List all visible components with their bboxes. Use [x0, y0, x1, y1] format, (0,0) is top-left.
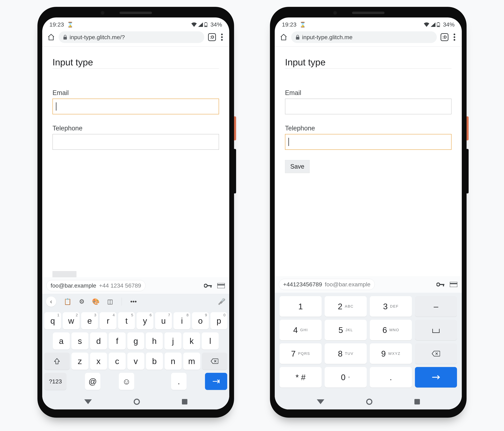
numpad-keys: 12ABC3DEF– 4GHI5JKL6MNO⌴ 7PQRS8TUV9WXYZ …	[275, 293, 462, 394]
key-i[interactable]: i8	[173, 312, 190, 329]
status-bar: 19:23 ⌛ 34%	[42, 18, 229, 29]
key-s[interactable]: s	[72, 332, 88, 349]
key-d[interactable]: d	[90, 332, 107, 349]
key-q[interactable]: q1	[44, 312, 61, 329]
password-key-icon[interactable]	[436, 280, 445, 289]
key-c[interactable]: c	[109, 353, 126, 370]
home-icon[interactable]	[47, 33, 55, 41]
enter-key[interactable]	[415, 367, 457, 387]
nav-back[interactable]	[84, 399, 92, 404]
more-icon[interactable]: •••	[130, 298, 137, 305]
key-r[interactable]: r4	[100, 312, 117, 329]
autofill-bar: +44123456789 foo@bar.example	[275, 276, 462, 293]
save-button-peek[interactable]	[53, 271, 76, 277]
numkey-4[interactable]: 4GHI	[279, 320, 322, 340]
save-button[interactable]: Save	[285, 160, 310, 173]
numkey-*#[interactable]: * #	[279, 367, 322, 387]
enter-key[interactable]	[205, 373, 227, 390]
tel-field[interactable]	[53, 134, 219, 150]
key-y[interactable]: y6	[137, 312, 153, 329]
sticker-icon[interactable]: ◫	[107, 298, 113, 305]
tabs-button[interactable]: :D	[441, 33, 449, 41]
key-n[interactable]: n	[165, 353, 181, 370]
overflow-menu[interactable]	[220, 34, 224, 41]
password-key-icon[interactable]	[204, 281, 212, 290]
battery-icon	[437, 22, 440, 27]
key-e[interactable]: e3	[81, 312, 98, 329]
numkey-5[interactable]: 5JKL	[325, 320, 367, 340]
key-p[interactable]: p0	[210, 312, 227, 329]
backspace-key[interactable]	[415, 343, 457, 364]
backspace-key[interactable]	[202, 353, 227, 370]
numkey-–[interactable]: –	[415, 296, 457, 317]
home-icon[interactable]	[280, 33, 287, 41]
period-key[interactable]: .	[171, 373, 187, 390]
svg-rect-17	[450, 283, 457, 284]
numkey-2[interactable]: 2ABC	[325, 296, 367, 317]
palette-icon[interactable]: 🎨	[92, 298, 100, 305]
autofill-chip[interactable]: +44123456789 foo@bar.example	[279, 279, 375, 290]
autofill-chip[interactable]: foo@bar.example +44 1234 56789	[46, 280, 145, 291]
key-u[interactable]: u7	[155, 312, 172, 329]
key-o[interactable]: o9	[192, 312, 209, 329]
key-g[interactable]: g	[127, 332, 144, 349]
gear-icon[interactable]: ⚙	[79, 298, 84, 305]
power-button	[234, 116, 236, 140]
numkey-8[interactable]: 8TUV	[325, 343, 367, 364]
mic-off-icon[interactable]: 🎤̸	[218, 298, 225, 305]
emoji-key[interactable]: ☺	[119, 373, 134, 390]
numkey-6[interactable]: 6MNO	[370, 320, 412, 340]
svg-rect-6	[210, 285, 211, 288]
title-rule	[53, 68, 219, 69]
autofill-phone: +44123456789	[283, 281, 322, 288]
svg-rect-8	[217, 284, 225, 285]
key-f[interactable]: f	[109, 332, 126, 349]
numkey-0[interactable]: 0+	[325, 367, 367, 387]
address-bar[interactable]: input-type.glitch.me	[291, 31, 437, 43]
key-l[interactable]: l	[202, 332, 219, 349]
numkey-.[interactable]: .	[370, 367, 412, 387]
key-m[interactable]: m	[183, 353, 200, 370]
key-k[interactable]: k	[183, 332, 200, 349]
at-key[interactable]: @	[85, 373, 100, 390]
overflow-menu[interactable]	[452, 34, 457, 41]
nav-recent[interactable]	[414, 399, 420, 404]
numkey-7[interactable]: 7PQRS	[279, 343, 322, 364]
key-x[interactable]: x	[90, 353, 107, 370]
nav-home[interactable]	[134, 399, 140, 405]
kbd-back-button[interactable]: ‹	[46, 296, 56, 307]
numkey-1[interactable]: 1	[279, 296, 322, 317]
email-field[interactable]	[53, 99, 219, 114]
key-b[interactable]: b	[146, 353, 163, 370]
key-a[interactable]: a	[53, 332, 70, 349]
tabs-button[interactable]: :D	[208, 33, 216, 41]
svg-rect-7	[217, 283, 225, 288]
address-bar[interactable]: input-type.glitch.me/?	[59, 31, 204, 43]
hourglass-icon: ⌛	[299, 22, 306, 28]
volume-button	[467, 149, 469, 193]
numkey-9[interactable]: 9WXYZ	[370, 343, 412, 364]
key-w[interactable]: w2	[63, 312, 80, 329]
key-z[interactable]: z	[72, 353, 88, 370]
tel-field[interactable]	[285, 134, 451, 150]
status-bar: 19:23 ⌛ 34%	[275, 18, 462, 29]
key-t[interactable]: t5	[118, 312, 135, 329]
symbols-key[interactable]: ?123	[44, 373, 66, 390]
svg-point-13	[437, 283, 440, 286]
signal-icon	[198, 22, 203, 27]
clipboard-icon[interactable]: 📋	[64, 298, 72, 305]
numkey-3[interactable]: 3DEF	[370, 296, 412, 317]
shift-key[interactable]	[44, 353, 70, 370]
nav-home[interactable]	[366, 399, 372, 405]
key-h[interactable]: h	[146, 332, 163, 349]
numkey-⌴[interactable]: ⌴	[415, 320, 457, 340]
email-field[interactable]	[285, 99, 451, 114]
text-cursor	[288, 138, 289, 146]
nav-back[interactable]	[317, 399, 324, 404]
nav-recent[interactable]	[182, 399, 187, 404]
key-v[interactable]: v	[127, 353, 144, 370]
wifi-icon	[424, 22, 429, 27]
card-icon[interactable]	[217, 281, 225, 290]
key-j[interactable]: j	[164, 332, 181, 349]
card-icon[interactable]	[450, 280, 458, 289]
